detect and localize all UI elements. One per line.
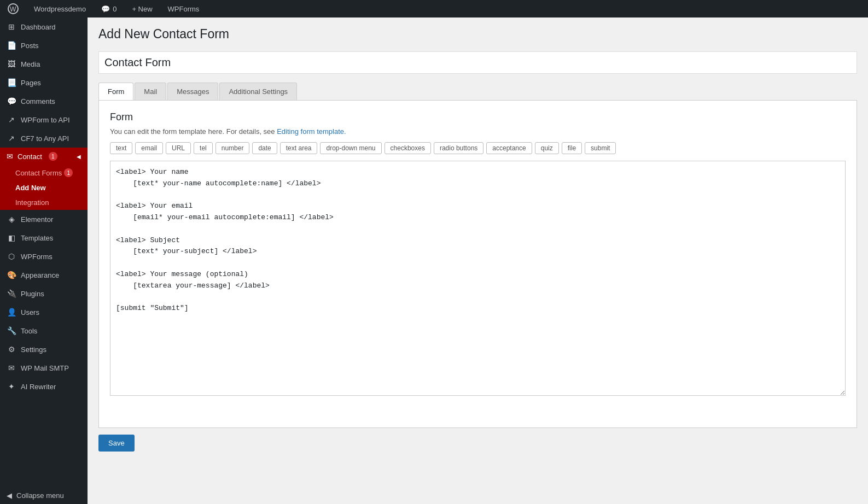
adminbar-wpforms[interactable]: WPForms	[165, 0, 203, 17]
tag-button-quiz[interactable]: quiz	[535, 142, 559, 154]
templates-icon: ◧	[7, 233, 16, 243]
tag-button-submit[interactable]: submit	[585, 142, 616, 154]
sidebar-item-pages[interactable]: 📃 Pages	[0, 73, 88, 92]
sidebar-item-appearance[interactable]: 🎨 Appearance	[0, 266, 88, 284]
sidebar-label-templates: Templates	[21, 234, 53, 242]
sidebar-label-plugins: Plugins	[21, 290, 44, 298]
collapse-icon: ◀	[7, 491, 12, 500]
sidebar-label-dashboard: Dashboard	[21, 23, 56, 31]
tag-button-number[interactable]: number	[215, 142, 250, 154]
contact-forms-badge: 1	[64, 168, 73, 177]
sidebar-label-pages: Pages	[21, 79, 41, 87]
tag-button-text-area[interactable]: text area	[280, 142, 318, 154]
tab-mail[interactable]: Mail	[135, 83, 166, 100]
tag-button-checkboxes[interactable]: checkboxes	[385, 142, 431, 154]
form-section-title: Form	[110, 112, 846, 123]
sidebar-label-ai-rewriter: AI Rewriter	[21, 383, 56, 391]
admin-bar: W Wordpressdemo 💬 0 + New WPForms	[0, 0, 868, 17]
adminbar-site-label: Wordpressdemo	[34, 5, 86, 13]
editing-form-template-link[interactable]: Editing form template.	[277, 127, 346, 136]
appearance-icon: 🎨	[7, 270, 16, 280]
add-new-label: Add New	[15, 184, 46, 192]
sidebar-item-cf7-api[interactable]: ↗ CF7 to Any API	[0, 129, 88, 148]
sidebar-item-tools[interactable]: 🔧 Tools	[0, 321, 88, 340]
elementor-icon: ◈	[7, 214, 16, 224]
page-title: Add New Contact Form	[98, 26, 857, 43]
sidebar-item-users[interactable]: 👤 Users	[0, 303, 88, 321]
settings-icon: ⚙	[7, 344, 16, 354]
collapse-label: Collapse menu	[16, 491, 64, 500]
tag-button-acceptance[interactable]: acceptance	[486, 142, 532, 154]
tag-button-file[interactable]: file	[562, 142, 582, 154]
tag-button-URL[interactable]: URL	[166, 142, 191, 154]
comments-icon: 💬	[7, 96, 16, 106]
sidebar-label-wpforms: WPForms	[21, 253, 53, 261]
sidebar-item-dashboard[interactable]: ⊞ Dashboard	[0, 17, 88, 36]
sidebar-label-settings: Settings	[21, 345, 46, 354]
sidebar-subitem-integration[interactable]: Integration	[0, 195, 88, 210]
tab-messages[interactable]: Messages	[167, 83, 218, 100]
posts-icon: 📄	[7, 40, 16, 50]
sidebar-collapse[interactable]: ◀ Collapse menu	[0, 487, 88, 504]
pages-icon: 📃	[7, 78, 16, 87]
media-icon: 🖼	[7, 59, 16, 69]
main-content: Add New Contact Form Form Mail Messages …	[88, 17, 868, 504]
sidebar-item-wp-mail-smtp[interactable]: ✉ WP Mail SMTP	[0, 359, 88, 377]
tab-form[interactable]: Form	[98, 83, 133, 100]
sidebar-item-comments[interactable]: 💬 Comments	[0, 92, 88, 110]
sidebar-label-elementor: Elementor	[21, 215, 53, 224]
sidebar-label-cf7-api: CF7 to Any API	[21, 134, 69, 143]
adminbar-wp-logo[interactable]: W	[4, 0, 22, 17]
tag-button-date[interactable]: date	[252, 142, 277, 154]
adminbar-comments[interactable]: 💬 0	[98, 0, 120, 17]
ai-icon: ✦	[7, 382, 16, 391]
tools-icon: 🔧	[7, 326, 16, 336]
tag-button-text[interactable]: text	[110, 142, 132, 154]
form-editor[interactable]	[110, 161, 846, 396]
tag-button-radio-buttons[interactable]: radio buttons	[434, 142, 483, 154]
sidebar-item-wpform-api[interactable]: ↗ WPForm to API	[0, 110, 88, 129]
dashboard-icon: ⊞	[7, 22, 16, 32]
sidebar-item-plugins[interactable]: 🔌 Plugins	[0, 284, 88, 303]
sidebar-label-users: Users	[21, 308, 39, 317]
adminbar-site-name[interactable]: Wordpressdemo	[31, 0, 89, 17]
tab-additional-settings[interactable]: Additional Settings	[219, 83, 297, 100]
sidebar-label-tools: Tools	[21, 327, 37, 335]
tag-button-email[interactable]: email	[135, 142, 163, 154]
sidebar-item-elementor[interactable]: ◈ Elementor	[0, 210, 88, 228]
form-name-input[interactable]	[98, 51, 857, 74]
integration-label: Integration	[15, 198, 49, 207]
contact-submenu: Contact Forms 1 Add New Integration	[0, 165, 88, 210]
sidebar-item-posts[interactable]: 📄 Posts	[0, 36, 88, 55]
tag-buttons-container: textemailURLtelnumberdatetext areadrop-d…	[110, 142, 846, 154]
tag-button-drop-down-menu[interactable]: drop-down menu	[320, 142, 381, 154]
contact-icon: ✉	[7, 152, 13, 161]
comment-icon: 💬	[101, 5, 110, 13]
sidebar-item-ai-rewriter[interactable]: ✦ AI Rewriter	[0, 377, 88, 396]
cf7-api-icon: ↗	[7, 133, 16, 143]
comments-count: 0	[113, 5, 116, 13]
mail-icon: ✉	[7, 363, 16, 373]
wpforms-icon: ⬡	[7, 251, 16, 261]
sidebar-label-appearance: Appearance	[21, 271, 59, 279]
sidebar-item-media[interactable]: 🖼 Media	[0, 55, 88, 73]
sidebar-label-wp-mail-smtp: WP Mail SMTP	[21, 364, 69, 372]
sidebar-subitem-contact-forms[interactable]: Contact Forms 1	[0, 165, 88, 180]
sidebar-item-wpforms[interactable]: ⬡ WPForms	[0, 247, 88, 266]
tag-button-tel[interactable]: tel	[194, 142, 213, 154]
sidebar-subitem-add-new[interactable]: Add New	[0, 180, 88, 195]
adminbar-wpforms-label: WPForms	[168, 5, 200, 13]
sidebar-label-wpform-api: WPForm to API	[21, 116, 70, 124]
sidebar-item-templates[interactable]: ◧ Templates	[0, 228, 88, 247]
wpform-api-icon: ↗	[7, 115, 16, 125]
sidebar-item-contact[interactable]: ✉ Contact 1 ◀	[0, 148, 88, 165]
form-description: You can edit the form template here. For…	[110, 127, 846, 136]
sidebar-label-posts: Posts	[21, 42, 39, 50]
sidebar-label-media: Media	[21, 60, 40, 68]
adminbar-new[interactable]: + New	[129, 0, 155, 17]
contact-label: Contact	[18, 153, 42, 161]
save-button[interactable]: Save	[98, 435, 135, 452]
users-icon: 👤	[7, 307, 16, 317]
sidebar-item-settings[interactable]: ⚙ Settings	[0, 340, 88, 359]
contact-forms-label: Contact Forms	[15, 169, 62, 177]
